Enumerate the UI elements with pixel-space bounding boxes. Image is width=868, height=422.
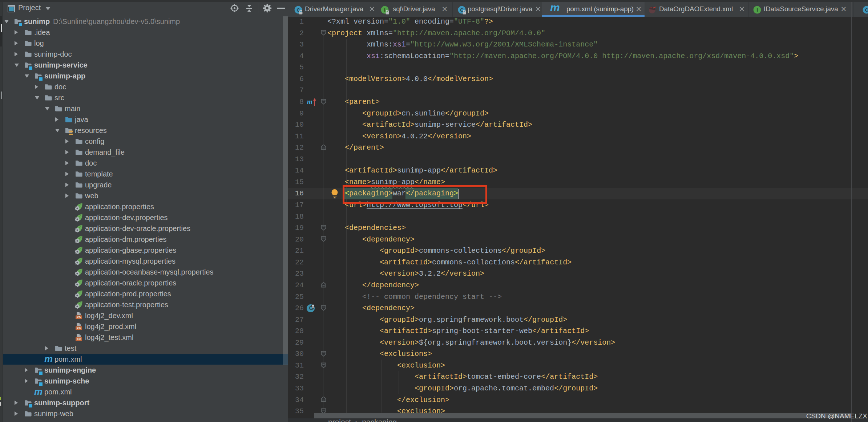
svg-text:<>: <> <box>77 326 81 330</box>
svg-text:<>: <> <box>77 315 81 320</box>
svg-text:C: C <box>865 7 868 13</box>
svg-text:I: I <box>756 7 758 13</box>
svg-text:<>: <> <box>77 337 81 341</box>
